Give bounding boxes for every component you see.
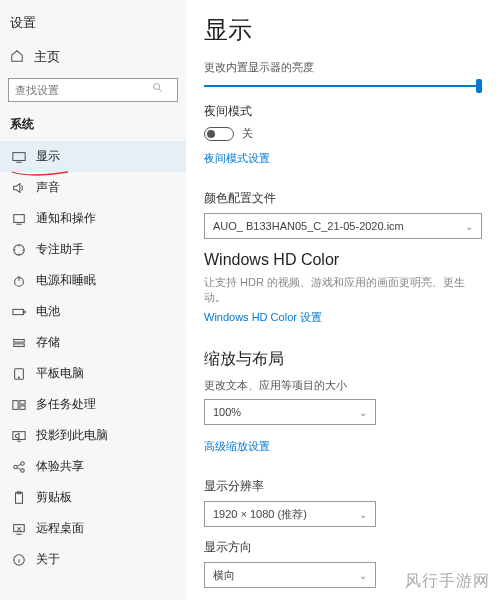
home-row[interactable]: 主页 — [0, 42, 186, 76]
toggle-knob-icon — [207, 130, 215, 138]
svg-point-0 — [154, 84, 160, 90]
resolution-select[interactable]: 1920 × 1080 (推荐) ⌄ — [204, 501, 376, 527]
svg-rect-4 — [14, 214, 25, 222]
nav-label: 电源和睡眠 — [36, 272, 96, 289]
home-label: 主页 — [34, 48, 60, 66]
adv-scale-link[interactable]: 高级缩放设置 — [204, 439, 270, 454]
search-icon — [152, 82, 164, 97]
selection-underline-icon — [10, 168, 70, 178]
battery-icon — [12, 305, 26, 319]
chevron-down-icon: ⌄ — [465, 221, 473, 232]
settings-title: 设置 — [10, 14, 36, 32]
brightness-label: 更改内置显示器的亮度 — [204, 60, 482, 75]
svg-line-1 — [159, 89, 162, 92]
orientation-label: 显示方向 — [204, 539, 482, 556]
nav-remote[interactable]: 远程桌面 — [0, 513, 186, 544]
about-icon — [12, 553, 26, 567]
color-profile-value: AUO_ B133HAN05_C_21-05-2020.icm — [213, 220, 404, 232]
shared-icon — [12, 460, 26, 474]
power-icon — [12, 274, 26, 288]
night-mode-toggle[interactable] — [204, 127, 234, 141]
night-mode-settings-link[interactable]: 夜间模式设置 — [204, 151, 270, 166]
brightness-slider[interactable] — [204, 85, 482, 87]
nav-notifications[interactable]: 通知和操作 — [0, 203, 186, 234]
hd-color-link[interactable]: Windows HD Color 设置 — [204, 310, 322, 325]
nav-display[interactable]: 显示 — [0, 141, 186, 172]
nav-storage[interactable]: 存储 — [0, 327, 186, 358]
display-icon — [12, 150, 26, 164]
nav-power[interactable]: 电源和睡眠 — [0, 265, 186, 296]
nav-clipboard[interactable]: 剪贴板 — [0, 482, 186, 513]
svg-point-12 — [18, 376, 19, 377]
svg-point-19 — [21, 468, 25, 472]
nav-label: 通知和操作 — [36, 210, 96, 227]
night-mode-label: 夜间模式 — [204, 103, 482, 120]
nav-tablet[interactable]: 平板电脑 — [0, 358, 186, 389]
svg-point-18 — [21, 461, 25, 465]
svg-rect-7 — [13, 309, 24, 314]
watermark-text: 风行手游网 — [405, 571, 490, 592]
nav-shared[interactable]: 体验共享 — [0, 451, 186, 482]
svg-rect-14 — [20, 400, 25, 404]
nav-multitask[interactable]: 多任务处理 — [0, 389, 186, 420]
resolution-label: 显示分辨率 — [204, 478, 482, 495]
nav-label: 关于 — [36, 551, 60, 568]
search-box[interactable] — [8, 78, 178, 102]
sidebar: 设置 主页 系统 显示 声音 — [0, 0, 186, 600]
storage-icon — [12, 336, 26, 350]
orientation-select[interactable]: 横向 ⌄ — [204, 562, 376, 588]
focus-icon — [12, 243, 26, 257]
svg-point-17 — [14, 465, 18, 469]
nav-label: 存储 — [36, 334, 60, 351]
nav-label: 投影到此电脑 — [36, 427, 108, 444]
svg-rect-9 — [14, 339, 25, 342]
svg-rect-15 — [20, 405, 25, 409]
toggle-state-label: 关 — [242, 126, 253, 141]
svg-rect-8 — [23, 311, 25, 313]
nav-list: 显示 声音 通知和操作 专注助手 电源和睡眠 电池 — [0, 141, 186, 575]
page-title: 显示 — [204, 14, 482, 46]
remote-icon — [12, 522, 26, 536]
nav-about[interactable]: 关于 — [0, 544, 186, 575]
nav-label: 专注助手 — [36, 241, 84, 258]
section-label: 系统 — [0, 112, 186, 141]
project-icon — [12, 429, 26, 443]
chevron-down-icon: ⌄ — [359, 509, 367, 520]
nav-label: 远程桌面 — [36, 520, 84, 537]
scale-select[interactable]: 100% ⌄ — [204, 399, 376, 425]
resolution-value: 1920 × 1080 (推荐) — [213, 507, 307, 522]
notifications-icon — [12, 212, 26, 226]
svg-rect-20 — [16, 492, 23, 503]
orientation-value: 横向 — [213, 568, 235, 583]
nav-focus[interactable]: 专注助手 — [0, 234, 186, 265]
nav-project[interactable]: 投影到此电脑 — [0, 420, 186, 451]
nav-label: 显示 — [36, 148, 60, 165]
multitask-icon — [12, 398, 26, 412]
tablet-icon — [12, 367, 26, 381]
scale-value: 100% — [213, 406, 241, 418]
main-content: 显示 更改内置显示器的亮度 夜间模式 关 夜间模式设置 颜色配置文件 AUO_ … — [186, 0, 500, 600]
color-profile-select[interactable]: AUO_ B133HAN05_C_21-05-2020.icm ⌄ — [204, 213, 482, 239]
chevron-down-icon: ⌄ — [359, 407, 367, 418]
svg-rect-22 — [14, 524, 25, 531]
nav-battery[interactable]: 电池 — [0, 296, 186, 327]
scale-label: 更改文本、应用等项目的大小 — [204, 378, 482, 393]
window-title-row: 设置 — [0, 8, 186, 42]
svg-rect-10 — [14, 343, 25, 346]
nav-label: 电池 — [36, 303, 60, 320]
color-profile-label: 颜色配置文件 — [204, 190, 482, 207]
nav-label: 剪贴板 — [36, 489, 72, 506]
nav-label: 平板电脑 — [36, 365, 84, 382]
svg-rect-2 — [13, 152, 25, 160]
zoom-title: 缩放与布局 — [204, 349, 482, 370]
nav-label: 多任务处理 — [36, 396, 96, 413]
slider-thumb-icon[interactable] — [476, 79, 482, 93]
hd-color-desc: 让支持 HDR 的视频、游戏和应用的画面更明亮、更生动。 — [204, 275, 482, 305]
clipboard-icon — [12, 491, 26, 505]
home-icon — [10, 49, 24, 66]
sound-icon — [12, 181, 26, 195]
svg-rect-13 — [13, 400, 18, 409]
hd-color-title: Windows HD Color — [204, 251, 482, 269]
nav-label: 体验共享 — [36, 458, 84, 475]
nav-label: 声音 — [36, 179, 60, 196]
